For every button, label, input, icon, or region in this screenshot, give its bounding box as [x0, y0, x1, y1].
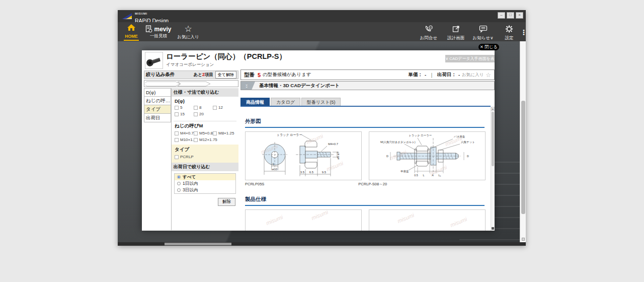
product-info-viewport: 外形図 misumi misumi misumi [240, 107, 491, 231]
product-maker: イマオコーポレーション [166, 62, 214, 68]
app-vertical-scrollbar[interactable] [520, 41, 526, 242]
ship-date-label: 出荷日： [437, 72, 456, 78]
favorite-star-icon[interactable]: ☆ [486, 72, 491, 79]
nav-settings[interactable]: 設定 [500, 25, 518, 41]
nav-home-label: HOME [122, 34, 140, 39]
app-scrollbar-thumb[interactable] [521, 101, 525, 214]
checkbox-label: M4×0.7 [180, 131, 194, 136]
radio-icon [177, 175, 181, 179]
nav-bar: HOME meviy 一括見積 ☆ お気に入り [118, 22, 526, 41]
checkbox-icon [194, 131, 198, 135]
content-scrollbar[interactable]: ▲ [491, 107, 495, 231]
candidate-count: 5 [258, 72, 261, 78]
checkbox-icon [194, 138, 198, 142]
spec-heading: 製品仕様 [245, 196, 485, 206]
maximize-button[interactable]: □ [507, 12, 514, 19]
checkbox-d-8[interactable]: 8 [194, 105, 213, 110]
release-button[interactable]: 解除 [218, 198, 235, 206]
checkbox-m4[interactable]: M4×0.7 [175, 131, 194, 136]
nav-home[interactable]: HOME [122, 24, 140, 41]
checkbox-d-15[interactable]: 15 [175, 112, 194, 117]
checkbox-d-5[interactable]: 5 [175, 105, 194, 110]
clear-all-button[interactable]: 全て解除 [215, 71, 236, 79]
diagram-label: バネ座金 [453, 135, 465, 138]
thread-section: ねじの呼びM M4×0.7 M5×0.8 M8×1.25 M10×1.5 M12… [172, 121, 238, 145]
filter-body: 仕様・寸法で絞り込む D(φ) 5 8 12 15 20 ねじの呼びM M [171, 88, 238, 230]
cad-data-button[interactable]: ∨ CADデータ入手画面を表示 [445, 55, 495, 62]
nav-notice[interactable]: お知らせ∨ [471, 25, 495, 41]
checkbox-icon [213, 106, 217, 110]
dimension-text: D [386, 155, 388, 158]
thread-label: ねじの呼びM [175, 123, 236, 129]
scrollbar-up-button[interactable]: ▲ [491, 107, 495, 111]
kebab-menu[interactable]: ⋮ [520, 28, 525, 36]
tab-product-info[interactable]: 商品情報 [240, 98, 270, 106]
checkbox-d-12[interactable]: 12 [213, 105, 236, 110]
filter-nav-thread[interactable]: ねじの呼… [144, 97, 171, 105]
d-label: D(φ) [175, 98, 236, 104]
close-window-button[interactable]: × [516, 12, 523, 19]
favorite-label[interactable]: お気に入り [462, 72, 484, 78]
d-section: D(φ) 5 8 12 15 20 [172, 97, 238, 119]
minimize-button[interactable]: – [498, 12, 505, 19]
ship-section-header: 出荷日で絞り込む [172, 163, 238, 171]
tab-catalog[interactable]: カタログ [271, 98, 300, 106]
filter-nav-d[interactable]: D(φ) [144, 88, 171, 97]
unit-price-value: - [425, 72, 426, 78]
radio-icon [177, 188, 181, 192]
nav-favorites[interactable]: ☆ お気に入り [176, 25, 200, 40]
radio-label: 3日以内 [183, 187, 198, 193]
product-photo-image [369, 210, 485, 231]
tab-partno-list[interactable]: 型番リスト(5) [301, 98, 341, 106]
checkbox-pcrlp[interactable]: PCRLP [175, 155, 236, 160]
app-horizontal-scrollbar[interactable] [118, 242, 526, 246]
nav-design-screen-label: 設計画面 [445, 35, 467, 41]
checkbox-m8[interactable]: M8×1.25 [213, 131, 236, 136]
contact-phone-icon [425, 25, 433, 33]
checkbox-icon [213, 131, 217, 135]
filter-header: 絞り込み条件 あと2項目 全て解除 [144, 70, 238, 79]
checkbox-icon [175, 112, 179, 116]
meviy-brand-text: meviy [154, 26, 171, 33]
checkbox-label: 15 [180, 112, 185, 117]
ship-options-box: すべて 1日以内 3日以内 [174, 173, 236, 194]
product-thumbnail [145, 52, 163, 69]
checkbox-label: PCRLP [180, 155, 194, 160]
checkbox-m5[interactable]: M5×0.8 [194, 131, 213, 136]
checkbox-m12[interactable]: M12×1.75 [194, 137, 213, 143]
diagram-label: M4×0.7 [328, 143, 339, 146]
checkbox-label: 8 [199, 105, 201, 110]
filter-nav-type[interactable]: タイプ [144, 105, 171, 114]
radio-1day[interactable]: 1日以内 [175, 180, 235, 187]
modal-close-button[interactable]: ✕ 閉じる [478, 44, 499, 50]
window-controls: – □ × [498, 12, 523, 19]
technical-drawing-2: トラック ローラー M(六角穴付きボタンボルト) バネ座金 六角ナット 平座金 … [369, 132, 485, 180]
basic-info-bar[interactable]: ⌄⌄ 基本情報・3D CADデータインポート [240, 81, 495, 90]
checkbox-label: M12×1.75 [199, 137, 217, 143]
partno-label: 型番 [244, 72, 255, 79]
type-section: タイプ PCRLP [172, 145, 238, 163]
radio-all[interactable]: すべて [175, 174, 235, 180]
product-photo-1: misumi misumi [245, 209, 362, 231]
candidate-text: の型番候補があります [263, 72, 311, 78]
technical-drawing-1: トラック ローラー M4×0.7 3 ø10 3.5 6.5 9.5 ø5 ø7 [246, 132, 361, 180]
content-scrollbar-thumb[interactable] [492, 112, 494, 166]
checkbox-label: 12 [218, 105, 223, 110]
nav-design-screen[interactable]: 設計画面 [445, 25, 467, 41]
radio-3day[interactable]: 3日以内 [175, 187, 235, 193]
nav-contact[interactable]: お問合せ [418, 25, 440, 41]
checkbox-m10[interactable]: M10×1.5 [175, 137, 194, 143]
star-icon: ☆ [184, 24, 192, 34]
dimension-text: D [467, 155, 469, 158]
dimension-text: ø5 ø7 [337, 152, 340, 160]
product-modal: ローラーピン（同心）（PCRLP-S） イマオコーポレーション ∨ CADデータ… [142, 50, 495, 231]
nav-meviy[interactable]: meviy 一括見積 [143, 25, 174, 39]
checkbox-d-20[interactable]: 20 [194, 112, 213, 117]
outline-diagram-pcrlp05s: misumi misumi misumi [245, 131, 362, 180]
misumi-logo-icon [121, 12, 132, 20]
caption-pcrlp05s: PCRLP05S [245, 182, 264, 187]
h-scrollbar-thumb[interactable] [165, 243, 231, 245]
unit-price-label: 単価： [408, 72, 423, 78]
filter-nav-shipday[interactable]: 出荷日 [144, 114, 171, 122]
double-chevron-down-icon: ⌄⌄ [241, 82, 255, 90]
